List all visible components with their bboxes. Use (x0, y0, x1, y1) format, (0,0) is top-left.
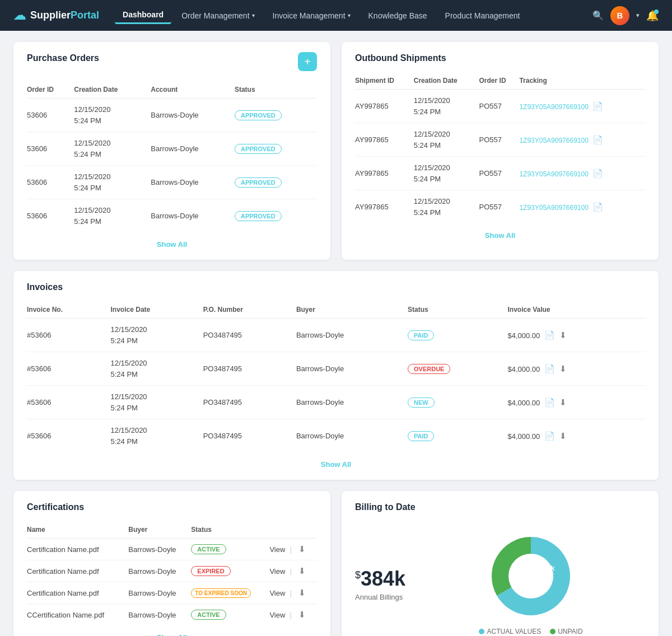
download-icon[interactable]: ⬇ (559, 431, 567, 441)
svg-text:160k: 160k (539, 564, 556, 572)
cert-buyer: Barrows-Doyle (128, 582, 191, 604)
cert-view-button[interactable]: View (269, 567, 285, 576)
document-icon[interactable]: 📄 (544, 364, 555, 373)
bell-icon[interactable]: 🔔 (646, 10, 659, 22)
notification-dot (654, 10, 659, 14)
svg-point-0 (508, 554, 553, 598)
certifications-card: Certifications Name Buyer Status Certifi… (13, 491, 330, 636)
cert-show-all[interactable]: Show All (27, 625, 317, 636)
po-account: Barrows-Doyle (151, 132, 235, 166)
cert-col-name: Name (27, 521, 128, 539)
cert-col-status: Status (191, 521, 269, 539)
invoices-title: Invoices (27, 282, 645, 292)
document-icon[interactable]: 📄 (544, 398, 555, 407)
inv-col-buyer: Buyer (296, 301, 408, 319)
sh-order-id: PO557 (479, 123, 520, 157)
tracking-link[interactable]: 1Z93Y05A9097669100 (519, 137, 588, 144)
cloud-icon: ☁ (13, 8, 26, 23)
invoices-show-all[interactable]: Show All (27, 452, 645, 469)
sh-date: 12/15/20205:24 PM (414, 123, 479, 157)
nav-order-management[interactable]: Order Management ▾ (174, 8, 262, 24)
sh-shipment-id: AY997865 (355, 123, 414, 157)
billing-label: Annual Billings (355, 593, 403, 601)
download-icon[interactable]: ⬇ (559, 330, 567, 340)
inv-col-date: Invoice Date (111, 301, 203, 319)
copy-icon[interactable]: 📄 (592, 202, 603, 212)
inv-no: #53606 (27, 319, 111, 352)
chevron-down-icon: ▾ (252, 12, 255, 18)
nav-right: 🔍 B ▾ 🔔 (592, 6, 659, 25)
inv-status: PAID (408, 319, 507, 352)
table-row: CCertification Name.pdf Barrows-Doyle AC… (27, 604, 317, 626)
inv-value: $4,000.00 📄 ⬇ (508, 419, 646, 453)
cert-actions: View | ⬇ (269, 604, 317, 626)
top-row: Purchase Orders + Order ID Creation Date… (13, 42, 659, 260)
inv-col-po: P.O. Number (203, 301, 296, 319)
nav-knowledge-base[interactable]: Knowledge Base (361, 8, 435, 24)
sh-date: 12/15/20205:24 PM (414, 157, 479, 190)
copy-icon[interactable]: 📄 (592, 101, 603, 111)
nav-product-management[interactable]: Product Management (437, 8, 528, 24)
search-icon[interactable]: 🔍 (592, 10, 604, 21)
table-row: 53606 12/15/20205:24 PM Barrows-Doyle AP… (27, 199, 317, 233)
po-account: Barrows-Doyle (151, 166, 235, 199)
po-col-account: Account (151, 81, 235, 99)
table-row: AY997865 12/15/20205:24 PM PO557 1Z93Y05… (355, 123, 645, 157)
table-row: AY997865 12/15/20205:24 PM PO557 1Z93Y05… (355, 90, 645, 123)
cert-download-icon[interactable]: ⬇ (298, 588, 306, 598)
document-icon[interactable]: 📄 (544, 431, 555, 441)
inv-col-value: Invoice Value (508, 301, 646, 319)
main-content: Purchase Orders + Order ID Creation Date… (0, 31, 672, 636)
inv-status: OVERDUE (408, 352, 507, 386)
bottom-row: Certifications Name Buyer Status Certifi… (13, 491, 659, 636)
user-menu-chevron-icon[interactable]: ▾ (636, 12, 640, 19)
cert-download-icon[interactable]: ⬇ (298, 610, 306, 620)
avatar[interactable]: B (610, 6, 629, 25)
tracking-link[interactable]: 1Z93Y05A9097669100 (519, 103, 588, 111)
nav-dashboard[interactable]: Dashboard (115, 7, 171, 24)
invoices-row: Invoices Invoice No. Invoice Date P.O. N… (13, 271, 659, 480)
sh-shipment-id: AY997865 (355, 190, 414, 224)
billing-title: Billing to Date (355, 502, 645, 512)
copy-icon[interactable]: 📄 (592, 169, 603, 178)
copy-icon[interactable]: 📄 (592, 135, 603, 144)
cert-view-button[interactable]: View (269, 589, 285, 597)
sh-date: 12/15/20205:24 PM (414, 190, 479, 224)
cert-name: Certification Name.pdf (27, 539, 128, 560)
inv-no: #53606 (27, 386, 111, 419)
table-row: 53606 12/15/20205:24 PM Barrows-Doyle AP… (27, 99, 317, 132)
po-col-order-id: Order ID (27, 81, 74, 99)
po-order-id: 53606 (27, 199, 74, 233)
add-po-button[interactable]: + (298, 52, 317, 71)
download-icon[interactable]: ⬇ (559, 364, 567, 373)
po-col-status: Status (235, 81, 317, 99)
sh-shipment-id: AY997865 (355, 157, 414, 190)
sh-order-id: PO557 (479, 157, 520, 190)
nav-links: Dashboard Order Management ▾ Invoice Man… (115, 7, 588, 24)
cert-col-buyer: Buyer (128, 521, 191, 539)
inv-date: 12/15/20205:24 PM (111, 386, 203, 419)
tracking-link[interactable]: 1Z93Y05A9097669100 (519, 170, 588, 178)
po-title: Purchase Orders (27, 53, 99, 63)
tracking-link[interactable]: 1Z93Y05A9097669100 (519, 204, 588, 212)
cert-view-button[interactable]: View (269, 545, 285, 554)
sh-col-creation-date: Creation Date (414, 72, 479, 90)
billing-card: Billing to Date $384k Annual Billings (342, 491, 659, 636)
cert-download-icon[interactable]: ⬇ (298, 566, 306, 576)
brand-logo[interactable]: ☁ SupplierPortal (13, 8, 99, 23)
document-icon[interactable]: 📄 (544, 330, 555, 340)
outbound-shipments-card: Outbound Shipments Shipment ID Creation … (342, 42, 659, 260)
download-icon[interactable]: ⬇ (559, 398, 567, 407)
table-row: Certification Name.pdf Barrows-Doyle ACT… (27, 539, 317, 560)
donut-chart: 224k 160k (480, 532, 581, 622)
cert-view-button[interactable]: View (269, 611, 285, 619)
cert-download-icon[interactable]: ⬇ (298, 544, 306, 554)
separator: | (290, 545, 291, 554)
billing-left: $384k Annual Billings (355, 567, 405, 601)
sh-order-id: PO557 (479, 190, 520, 224)
inv-no: #53606 (27, 419, 111, 453)
po-show-all[interactable]: Show All (27, 232, 317, 249)
shipments-show-all[interactable]: Show All (355, 223, 645, 240)
sh-date: 12/15/20205:24 PM (414, 90, 479, 123)
nav-invoice-management[interactable]: Invoice Management ▾ (265, 8, 358, 24)
